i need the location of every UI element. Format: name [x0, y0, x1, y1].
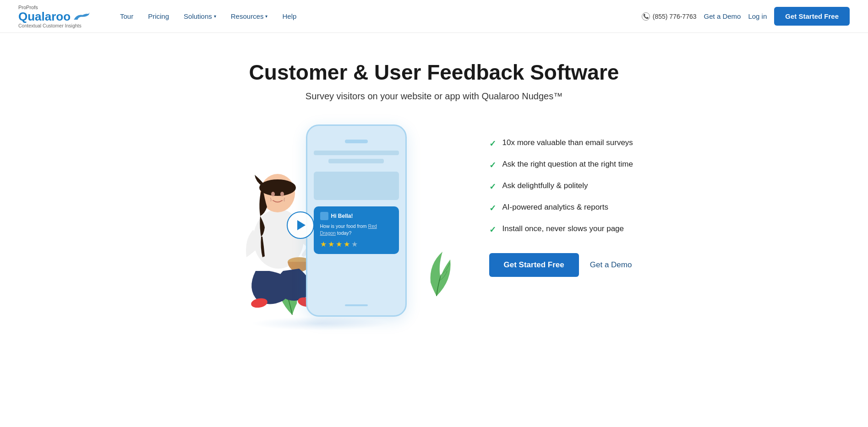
nudge-avatar	[320, 212, 328, 220]
svg-point-2	[259, 179, 296, 196]
phone-area[interactable]: 📞 (855) 776-7763	[642, 12, 697, 21]
nudge-stars[interactable]: ★ ★ ★ ★ ★	[320, 240, 393, 249]
qualaroo-bird-icon	[72, 11, 90, 22]
qualaroo-text: Qualaroo	[18, 11, 71, 22]
cta-buttons: Get Started Free Get a Demo	[489, 253, 654, 277]
logo-tagline: Contextual Customer Insights	[18, 23, 92, 28]
resources-chevron-icon: ▾	[265, 14, 267, 19]
phone-home-indicator	[345, 304, 368, 306]
nav-pricing[interactable]: Pricing	[142, 9, 175, 24]
nudge-header: Hi Bella!	[320, 212, 393, 220]
nav-links: Tour Pricing Solutions ▾ Resources ▾ Hel…	[114, 9, 642, 24]
check-icon-5: ✓	[489, 225, 496, 235]
nav-solutions[interactable]: Solutions ▾	[177, 9, 223, 24]
hero-demo-link[interactable]: Get a Demo	[590, 260, 632, 270]
nav-get-started-button[interactable]: Get Started Free	[774, 7, 850, 26]
nav-help[interactable]: Help	[276, 9, 303, 24]
features-list: ✓ 10x more valuable than email surveys ✓…	[489, 120, 654, 277]
phone-content-block	[314, 172, 399, 200]
hero-section: Customer & User Feedback Software Survey…	[0, 33, 868, 349]
star-2[interactable]: ★	[328, 240, 334, 249]
nav-right: 📞 (855) 776-7763 Get a Demo Log in Get S…	[642, 7, 850, 26]
feature-text-1: 10x more valuable than email surveys	[502, 138, 633, 147]
feature-item-2: ✓ Ask the right question at the right ti…	[489, 160, 654, 170]
feature-text-5: Install once, never slows your page	[502, 224, 624, 233]
hero-text-center: Customer & User Feedback Software Survey…	[249, 60, 619, 102]
svg-point-3	[271, 192, 275, 196]
solutions-chevron-icon: ▾	[214, 14, 216, 19]
feature-item-3: ✓ Ask delightfully & politely	[489, 181, 654, 192]
star-1[interactable]: ★	[320, 240, 327, 249]
navbar: ProProfs Qualaroo Contextual Customer In…	[0, 0, 868, 33]
phone-mockup: Hi Bella! How is your food from Red Drag…	[306, 124, 407, 317]
leaf-right-decoration	[416, 248, 457, 303]
nav-login-link[interactable]: Log in	[748, 12, 767, 20]
feature-item-5: ✓ Install once, never slows your page	[489, 224, 654, 235]
check-icon-4: ✓	[489, 203, 496, 213]
star-5[interactable]: ★	[351, 240, 358, 249]
svg-point-4	[280, 192, 284, 196]
check-icon-1: ✓	[489, 139, 496, 149]
phone-line-2	[328, 159, 384, 163]
star-3[interactable]: ★	[336, 240, 342, 249]
feature-text-2: Ask the right question at the right time	[502, 160, 633, 169]
nudge-card: Hi Bella! How is your food from Red Drag…	[314, 206, 399, 254]
hero-title: Customer & User Feedback Software	[249, 60, 619, 85]
proprofs-label: ProProfs	[18, 5, 92, 10]
hero-get-started-button[interactable]: Get Started Free	[489, 253, 579, 277]
hero-body: Hi Bella! How is your food from Red Drag…	[136, 120, 732, 330]
play-icon	[297, 220, 306, 230]
star-4[interactable]: ★	[344, 240, 350, 249]
feature-text-4: AI-powered analytics & reports	[502, 203, 609, 212]
qualaroo-logo[interactable]: Qualaroo	[18, 11, 92, 22]
feature-text-3: Ask delightfully & politely	[502, 181, 588, 190]
check-icon-2: ✓	[489, 160, 496, 170]
feature-item-1: ✓ 10x more valuable than email surveys	[489, 138, 654, 149]
nudge-greeting: Hi Bella!	[331, 213, 353, 219]
check-icon-3: ✓	[489, 182, 496, 192]
nav-tour[interactable]: Tour	[114, 9, 140, 24]
nudge-question: How is your food from Red Dragon today?	[320, 223, 393, 236]
phone-icon: 📞	[642, 12, 650, 21]
play-button-circle[interactable]	[287, 211, 314, 239]
nav-demo-link[interactable]: Get a Demo	[704, 12, 741, 20]
logo-area[interactable]: ProProfs Qualaroo Contextual Customer In…	[18, 5, 92, 28]
phone-line-1	[314, 151, 399, 155]
phone-notch	[345, 140, 368, 143]
nav-resources[interactable]: Resources ▾	[224, 9, 274, 24]
phone-illustration: Hi Bella! How is your food from Red Drag…	[214, 120, 471, 330]
feature-item-4: ✓ AI-powered analytics & reports	[489, 203, 654, 213]
phone-number: (855) 776-7763	[653, 13, 697, 20]
nudge-underlined: Red Dragon	[320, 223, 377, 236]
hero-subtitle: Survey visitors on your website or app w…	[249, 91, 619, 102]
